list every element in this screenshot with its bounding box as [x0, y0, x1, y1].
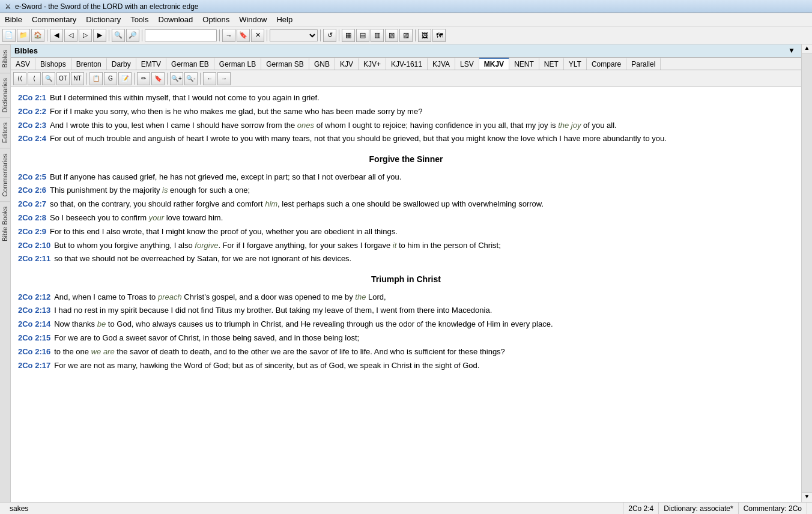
menu-item-tools[interactable]: Tools: [126, 14, 153, 25]
sidebar-tab-commentaries[interactable]: Commentaries: [0, 148, 10, 202]
sidebar-tab-biblebooks[interactable]: Bible Books: [0, 201, 10, 246]
version-tab-gnb[interactable]: GNB: [309, 58, 335, 70]
back2-button[interactable]: ◁: [64, 29, 77, 42]
version-tab-ylt[interactable]: YLT: [564, 58, 587, 70]
layout4-button[interactable]: ▧: [385, 29, 398, 42]
menu-item-window[interactable]: Window: [234, 14, 271, 25]
verse-ref-2co-2-16[interactable]: 2Co 2:16: [18, 347, 50, 356]
version-tab-kjva[interactable]: KJVA: [428, 58, 455, 70]
bible-tb-search-ot[interactable]: OT: [56, 72, 70, 85]
version-tab-kjv-1611[interactable]: KJV-1611: [386, 58, 428, 70]
layout1-button[interactable]: ▦: [342, 29, 355, 42]
map-button[interactable]: 🗺: [432, 29, 446, 42]
version-tab-nent[interactable]: NENT: [509, 58, 539, 70]
version-tab-mkjv[interactable]: MKJV: [479, 58, 509, 70]
status-left: sakes: [5, 503, 623, 514]
clear-button[interactable]: ✕: [251, 29, 264, 42]
bible-tb-zoom-in[interactable]: 🔍+: [170, 72, 183, 85]
verse-ref-2co-2-15[interactable]: 2Co 2:15: [18, 333, 50, 342]
layout5-button[interactable]: ▨: [399, 29, 413, 42]
bible-tb-next2[interactable]: →: [217, 72, 231, 85]
verse-ref-2co-2-8[interactable]: 2Co 2:8: [18, 213, 46, 222]
verse-ref-2co-2-7[interactable]: 2Co 2:7: [18, 199, 46, 208]
version-tab-brenton[interactable]: Brenton: [71, 58, 107, 70]
verse-ref-2co-2-13[interactable]: 2Co 2:13: [18, 306, 50, 315]
version-tab-lsv[interactable]: LSV: [455, 58, 479, 70]
scroll-up-button[interactable]: ▲: [802, 44, 812, 54]
image-button[interactable]: 🖼: [418, 29, 431, 42]
verse-ref-2co-2-5[interactable]: 2Co 2:5: [18, 172, 46, 181]
menu-item-help[interactable]: Help: [271, 14, 297, 25]
bible-tb-search-book[interactable]: 🔍: [42, 72, 55, 85]
version-tab-compare[interactable]: Compare: [587, 58, 626, 70]
bible-tb-search-nt[interactable]: NT: [71, 72, 84, 85]
layout3-button[interactable]: ▥: [371, 29, 384, 42]
refresh-button[interactable]: ↺: [323, 29, 336, 42]
title-text: e-Sword - the Sword of the LORD with an …: [15, 2, 198, 11]
menu-item-bible[interactable]: Bible: [0, 14, 27, 25]
scroll-down-button[interactable]: ▼: [802, 492, 812, 502]
forward2-button[interactable]: ▶: [93, 29, 106, 42]
menu-item-options[interactable]: Options: [198, 14, 234, 25]
menu-item-download[interactable]: Download: [154, 14, 198, 25]
version-tab-emtv[interactable]: EMTV: [136, 58, 166, 70]
verse-ref-2co-2-10[interactable]: 2Co 2:10: [18, 241, 50, 250]
version-tab-parallel[interactable]: Parallel: [626, 58, 661, 70]
font-select[interactable]: [270, 29, 318, 41]
home-button[interactable]: 🏠: [31, 29, 44, 42]
verse-ref-2co-2-12[interactable]: 2Co 2:12: [18, 292, 50, 301]
bibles-panel-title: Bibles: [14, 46, 788, 55]
left-sidebar: Bibles Dictionaries Editors Commentaries…: [0, 44, 11, 502]
menu-item-dictionary[interactable]: Dictionary: [81, 14, 126, 25]
reference-input[interactable]: [145, 29, 217, 41]
back-button[interactable]: ◀: [50, 29, 63, 42]
search-button[interactable]: 🔍: [112, 29, 125, 42]
bible-tb-copy[interactable]: 📋: [89, 72, 103, 85]
version-tab-german-lb[interactable]: German LB: [214, 58, 261, 70]
bibles-panel-collapse-button[interactable]: ▼: [788, 46, 798, 56]
menu-bar: BibleCommentaryDictionaryToolsDownloadOp…: [0, 13, 812, 26]
bible-tb-prev-chapter[interactable]: ⟨⟨: [13, 72, 26, 85]
sidebar-tab-dictionaries[interactable]: Dictionaries: [0, 73, 10, 117]
open-button[interactable]: 📁: [17, 29, 30, 42]
verse-ref-2co-2-6[interactable]: 2Co 2:6: [18, 186, 46, 195]
version-tab-german-sb[interactable]: German SB: [261, 58, 309, 70]
version-tab-german-eb[interactable]: German EB: [166, 58, 214, 70]
version-tab-bishops[interactable]: Bishops: [35, 58, 71, 70]
new-button[interactable]: 📄: [2, 29, 16, 42]
bible-tb-zoom-out[interactable]: 🔍-: [184, 72, 198, 85]
verse-ref-2co-2-2[interactable]: 2Co 2:2: [18, 107, 46, 116]
verse-ref-2co-2-14[interactable]: 2Co 2:14: [18, 319, 50, 328]
verse-ref-2co-2-3[interactable]: 2Co 2:3: [18, 121, 46, 130]
version-tab-net[interactable]: NET: [539, 58, 564, 70]
forward-button[interactable]: ▷: [79, 29, 92, 42]
bible-tb-prev-verse[interactable]: ⟨: [28, 72, 41, 85]
verse-ref-2co-2-17[interactable]: 2Co 2:17: [18, 361, 50, 370]
version-tab-kjv[interactable]: KJV: [335, 58, 359, 70]
bible-tb-highlight[interactable]: ✏: [137, 72, 150, 85]
toolbar-separator-6: [320, 29, 321, 41]
version-tab-darby[interactable]: Darby: [107, 58, 136, 70]
sidebar-tab-bibles[interactable]: Bibles: [0, 44, 10, 73]
toolbar-separator-5: [267, 29, 267, 41]
bible-tb-bookmark[interactable]: 🔖: [151, 72, 165, 85]
go-button[interactable]: →: [222, 29, 235, 42]
btb-sep-4: [200, 73, 201, 85]
verse-ref-2co-2-9[interactable]: 2Co 2:9: [18, 227, 46, 236]
scrollbar-track[interactable]: [802, 54, 812, 492]
version-tab-kjv-[interactable]: KJV+: [359, 58, 386, 70]
search2-button[interactable]: 🔎: [126, 29, 139, 42]
bible-text-area[interactable]: 2Co 2:1But I determined this within myse…: [11, 87, 801, 502]
bible-tb-strongs[interactable]: G: [104, 72, 117, 85]
bookmark-button[interactable]: 🔖: [237, 29, 250, 42]
verse-ref-2co-2-4[interactable]: 2Co 2:4: [18, 134, 46, 143]
layout2-button[interactable]: ▤: [356, 29, 369, 42]
sidebar-tab-editors[interactable]: Editors: [0, 117, 10, 148]
menu-item-commentary[interactable]: Commentary: [27, 14, 81, 25]
bible-tb-prev2[interactable]: ←: [203, 72, 216, 85]
verse-ref-2co-2-1[interactable]: 2Co 2:1: [18, 93, 46, 102]
bible-tb-note[interactable]: 📝: [118, 72, 132, 85]
section-heading-triumph: Triumph in Christ: [18, 273, 794, 286]
version-tab-asv[interactable]: ASV: [11, 58, 35, 70]
verse-ref-2co-2-11[interactable]: 2Co 2:11: [18, 254, 50, 263]
